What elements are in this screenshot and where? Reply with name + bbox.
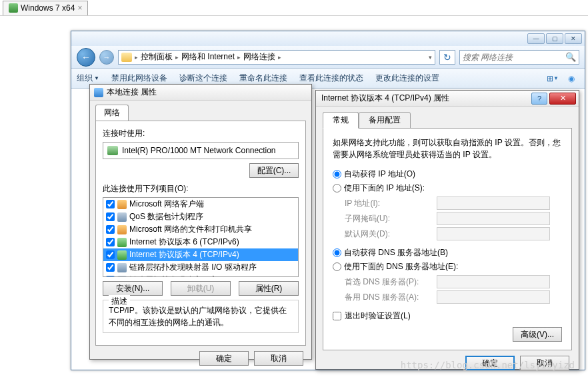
radio-auto-ip[interactable]: 自动获得 IP 地址(O) xyxy=(333,169,562,180)
breadcrumb-seg[interactable]: 控制面板▸ xyxy=(141,51,179,63)
network-icon xyxy=(94,88,103,97)
mask-input xyxy=(437,212,550,225)
item-checkbox[interactable] xyxy=(106,238,115,246)
item-label: 链路层拓扑发现映射器 I/O 驱动程序 xyxy=(129,262,257,273)
organize-menu[interactable]: 组织 ▼ xyxy=(77,73,99,84)
item-label: 链路层拓扑发现响应程序 xyxy=(129,274,217,277)
item-label: Internet 协议版本 4 (TCP/IPv4) xyxy=(129,249,239,260)
diagnose-connection[interactable]: 诊断这个连接 xyxy=(179,73,227,84)
adapter-box: Intel(R) PRO/1000 MT Network Connection xyxy=(103,142,299,159)
chevron-right-icon: ▸ xyxy=(135,54,138,61)
item-checkbox[interactable] xyxy=(106,200,115,208)
list-item[interactable]: Internet 协议版本 6 (TCP/IPv6) xyxy=(103,236,298,248)
items-list[interactable]: Microsoft 网络客户端QoS 数据包计划程序Microsoft 网络的文… xyxy=(103,197,299,277)
window-title-bar: — ▢ ✕ xyxy=(71,31,585,46)
dns2-input xyxy=(437,290,550,304)
item-label: Microsoft 网络的文件和打印机共享 xyxy=(129,224,252,235)
item-label: QoS 数据包计划程序 xyxy=(129,211,203,222)
connect-using-label: 连接时使用: xyxy=(103,128,299,139)
gateway-input xyxy=(437,227,550,240)
cancel-button[interactable]: 取消 xyxy=(254,351,303,366)
radio-input[interactable] xyxy=(333,184,341,192)
radio-manual-dns[interactable]: 使用下面的 DNS 服务器地址(E): xyxy=(333,261,562,272)
description-title: 描述 xyxy=(109,295,130,307)
item-checkbox[interactable] xyxy=(106,225,115,234)
help-icon[interactable]: ◉ xyxy=(563,72,579,85)
ip-input xyxy=(437,196,550,210)
radio-input[interactable] xyxy=(333,170,341,179)
close-icon[interactable]: × xyxy=(77,3,82,13)
refresh-button[interactable]: ↻ xyxy=(439,50,455,65)
protocol-icon xyxy=(117,238,127,247)
change-settings[interactable]: 更改此连接的设置 xyxy=(375,73,439,84)
rename-connection[interactable]: 重命名此连接 xyxy=(239,73,287,84)
cancel-button[interactable]: 取消 xyxy=(520,356,569,370)
properties-button[interactable]: 属性(R) xyxy=(239,281,299,296)
adapter-icon xyxy=(107,146,118,155)
protocol-icon xyxy=(117,225,127,234)
item-checkbox[interactable] xyxy=(106,263,115,272)
item-label: Internet 协议版本 6 (TCP/IPv6) xyxy=(129,236,239,248)
description-group: 描述 TCP/IP。该协议是默认的广域网络协议，它提供在不同的相互连接的网络上的… xyxy=(103,300,299,333)
maximize-button[interactable]: ▢ xyxy=(546,33,563,44)
close-button[interactable]: ✕ xyxy=(549,93,576,105)
dialog-title: Internet 协议版本 4 (TCP/IPv4) 属性 xyxy=(321,93,531,104)
forward-button[interactable]: → xyxy=(99,50,114,65)
radio-manual-ip[interactable]: 使用下面的 IP 地址(S): xyxy=(333,183,562,194)
protocol-icon xyxy=(117,212,127,222)
minimize-button[interactable]: — xyxy=(527,33,545,44)
validate-checkbox-row[interactable]: 退出时验证设置(L) xyxy=(333,310,562,322)
radio-input[interactable] xyxy=(333,262,341,271)
list-item[interactable]: QoS 数据包计划程序 xyxy=(103,210,298,223)
radio-input[interactable] xyxy=(333,248,341,257)
item-checkbox[interactable] xyxy=(106,212,115,221)
description-text: TCP/IP。该协议是默认的广域网络协议，它提供在不同的相互连接的网络上的通讯。 xyxy=(109,306,287,327)
protocol-icon xyxy=(117,250,127,260)
dialog-title: 本地连接 属性 xyxy=(107,87,157,98)
view-icon[interactable]: ⊞ ▼ xyxy=(545,72,561,85)
list-item[interactable]: Internet 协议版本 4 (TCP/IPv4) xyxy=(103,248,298,261)
item-label: Microsoft 网络客户端 xyxy=(129,198,204,210)
chevron-down-icon[interactable]: ▾ xyxy=(429,54,432,61)
breadcrumb-seg[interactable]: 网络和 Internet▸ xyxy=(181,51,241,63)
disable-device[interactable]: 禁用此网络设备 xyxy=(111,73,167,84)
help-button[interactable]: ? xyxy=(531,93,547,105)
item-checkbox[interactable] xyxy=(106,276,115,277)
folder-icon xyxy=(121,53,132,62)
breadcrumb[interactable]: ▸ 控制面板▸ 网络和 Internet▸ 网络连接▸ ▾ xyxy=(118,50,435,65)
ip-label: IP 地址(I): xyxy=(345,198,431,209)
ok-button[interactable]: 确定 xyxy=(199,351,249,366)
ok-button[interactable]: 确定 xyxy=(465,356,515,370)
vm-tab[interactable]: Windows 7 x64 × xyxy=(3,1,88,15)
adapter-name: Intel(R) PRO/1000 MT Network Connection xyxy=(122,146,276,155)
validate-checkbox[interactable] xyxy=(333,312,341,320)
tab-general[interactable]: 常规 xyxy=(323,112,359,129)
dns1-label: 首选 DNS 服务器(P): xyxy=(345,276,431,288)
advanced-button[interactable]: 高级(V)... xyxy=(513,327,562,342)
gateway-label: 默认网关(D): xyxy=(345,228,431,240)
dialog-title-bar: 本地连接 属性 xyxy=(90,85,311,101)
list-item[interactable]: 链路层拓扑发现响应程序 xyxy=(103,274,298,277)
back-button[interactable]: ← xyxy=(77,48,95,67)
vm-icon xyxy=(9,3,18,13)
dns1-input xyxy=(437,275,550,288)
dialog-title-bar: Internet 协议版本 4 (TCP/IPv4) 属性 ? ✕ xyxy=(316,91,579,107)
search-input[interactable] xyxy=(463,53,565,62)
search-box[interactable]: 🔍 xyxy=(459,50,579,65)
tab-alternate[interactable]: 备用配置 xyxy=(359,112,411,129)
view-status[interactable]: 查看此连接的状态 xyxy=(299,73,363,84)
dns2-label: 备用 DNS 服务器(A): xyxy=(345,292,431,303)
list-item[interactable]: 链路层拓扑发现映射器 I/O 驱动程序 xyxy=(103,261,298,274)
list-item[interactable]: Microsoft 网络的文件和打印机共享 xyxy=(103,223,298,236)
radio-auto-dns[interactable]: 自动获得 DNS 服务器地址(B) xyxy=(333,247,562,258)
install-button[interactable]: 安装(N)... xyxy=(103,281,163,296)
info-text: 如果网络支持此功能，则可以获取自动指派的 IP 设置。否则，您需要从网络系统管理… xyxy=(333,137,562,161)
list-item[interactable]: Microsoft 网络客户端 xyxy=(103,198,298,210)
breadcrumb-seg[interactable]: 网络连接▸ xyxy=(243,51,281,63)
tab-network[interactable]: 网络 xyxy=(95,105,129,121)
vm-tab-label: Windows 7 x64 xyxy=(21,3,75,13)
protocol-icon xyxy=(117,200,127,209)
item-checkbox[interactable] xyxy=(106,250,115,259)
configure-button[interactable]: 配置(C)... xyxy=(249,163,299,178)
close-button[interactable]: ✕ xyxy=(565,33,582,44)
